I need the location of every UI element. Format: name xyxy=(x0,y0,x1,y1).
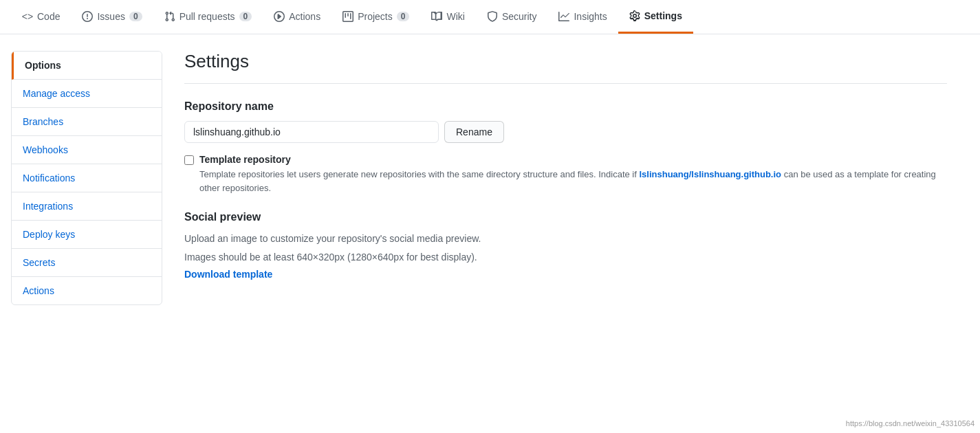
sidebar-item-actions[interactable]: Actions xyxy=(12,277,162,304)
nav-item-actions[interactable]: Actions xyxy=(263,0,331,34)
page-title: Settings xyxy=(184,51,947,84)
template-repo-content: Template repository Template repositorie… xyxy=(199,154,947,195)
page-layout: Options Manage access Branches Webhooks … xyxy=(0,34,980,322)
sidebar-label-notifications: Notifications xyxy=(23,173,75,184)
social-preview-title: Social preview xyxy=(184,211,947,223)
sidebar-label-integrations: Integrations xyxy=(23,201,73,212)
sidebar-item-notifications[interactable]: Notifications xyxy=(12,164,162,192)
nav-label-issues: Issues xyxy=(97,11,124,22)
nav-label-code: Code xyxy=(37,11,60,22)
sidebar-label-branches: Branches xyxy=(23,116,63,127)
download-template-link[interactable]: Download template xyxy=(184,269,272,280)
repo-name-row: Rename xyxy=(184,121,947,143)
sidebar-item-integrations[interactable]: Integrations xyxy=(12,192,162,221)
sidebar-item-manage-access[interactable]: Manage access xyxy=(12,80,162,108)
settings-icon xyxy=(629,10,640,21)
template-repo-link[interactable]: lslinshuang/lslinshuang.github.io xyxy=(639,169,781,179)
main-content: Settings Repository name Rename Template… xyxy=(162,51,969,305)
template-repo-checkbox[interactable] xyxy=(184,155,194,165)
sidebar-label-options: Options xyxy=(25,60,61,71)
nav-item-issues[interactable]: Issues 0 xyxy=(71,0,153,34)
social-preview-size-hint: Images should be at least 640×320px (128… xyxy=(184,250,947,265)
nav-item-pull-requests[interactable]: Pull requests 0 xyxy=(153,0,263,34)
pull-requests-icon xyxy=(164,11,175,22)
sidebar-item-branches[interactable]: Branches xyxy=(12,108,162,136)
repo-name-label: Repository name xyxy=(184,100,947,113)
sidebar-label-secrets: Secrets xyxy=(23,257,55,268)
issues-badge: 0 xyxy=(129,12,142,21)
sidebar-label-deploy-keys: Deploy keys xyxy=(23,229,75,240)
projects-icon xyxy=(342,11,353,22)
settings-sidebar: Options Manage access Branches Webhooks … xyxy=(11,51,162,305)
nav-label-projects: Projects xyxy=(358,11,393,22)
projects-badge: 0 xyxy=(397,12,410,21)
nav-label-wiki: Wiki xyxy=(446,11,464,22)
template-repo-desc: Template repositories let users generate… xyxy=(199,168,947,195)
nav-item-settings[interactable]: Settings xyxy=(618,0,693,34)
repo-name-section: Repository name Rename xyxy=(184,100,947,143)
nav-label-insights: Insights xyxy=(574,11,607,22)
sidebar-item-deploy-keys[interactable]: Deploy keys xyxy=(12,221,162,249)
nav-label-actions: Actions xyxy=(289,11,320,22)
social-preview-desc: Upload an image to customize your reposi… xyxy=(184,232,947,246)
actions-icon xyxy=(274,11,285,22)
sidebar-item-secrets[interactable]: Secrets xyxy=(12,249,162,277)
nav-item-projects[interactable]: Projects 0 xyxy=(331,0,420,34)
social-preview-section: Social preview Upload an image to custom… xyxy=(184,211,947,280)
security-icon xyxy=(487,11,498,22)
nav-label-pull-requests: Pull requests xyxy=(179,11,235,22)
nav-item-code[interactable]: <> Code xyxy=(11,0,71,34)
code-icon: <> xyxy=(22,11,33,22)
insights-icon xyxy=(558,11,569,22)
template-repo-title: Template repository xyxy=(199,154,947,165)
wiki-icon xyxy=(431,11,442,22)
nav-label-settings: Settings xyxy=(644,10,682,21)
nav-label-security: Security xyxy=(502,11,537,22)
sidebar-label-webhooks: Webhooks xyxy=(23,144,68,155)
sidebar-item-webhooks[interactable]: Webhooks xyxy=(12,136,162,164)
pull-requests-badge: 0 xyxy=(239,12,252,21)
top-nav: <> Code Issues 0 Pull requests 0 Actions… xyxy=(0,0,980,34)
nav-item-insights[interactable]: Insights xyxy=(547,0,618,34)
nav-item-security[interactable]: Security xyxy=(476,0,548,34)
sidebar-label-actions: Actions xyxy=(23,285,54,296)
rename-button[interactable]: Rename xyxy=(444,121,504,143)
template-repo-section: Template repository Template repositorie… xyxy=(184,154,947,195)
nav-item-wiki[interactable]: Wiki xyxy=(420,0,475,34)
repo-name-input[interactable] xyxy=(184,121,439,143)
sidebar-label-manage-access: Manage access xyxy=(23,88,90,99)
issues-icon xyxy=(82,11,93,22)
sidebar-item-options[interactable]: Options xyxy=(12,52,162,80)
template-desc-text: Template repositories let users generate… xyxy=(199,169,637,179)
